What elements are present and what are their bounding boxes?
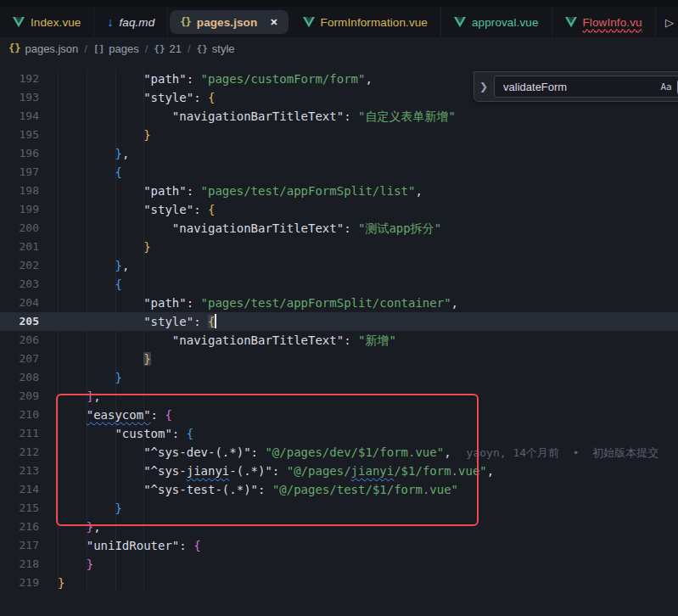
breadcrumb-separator: /: [84, 42, 87, 55]
tab-flowinfo-vu[interactable]: FlowInfo.vu: [552, 7, 656, 37]
code-token: "测试app拆分": [358, 221, 441, 235]
tab-bar: Index.vue↓faq.md{}pages.json✕FormInforma…: [0, 7, 678, 37]
line-number[interactable]: 193: [0, 88, 39, 107]
code-line-200[interactable]: 200 "navigationBarTitleText": "测试app拆分": [0, 219, 678, 238]
line-number[interactable]: 214: [0, 480, 39, 499]
code-token: }: [87, 557, 93, 571]
code-token: ,: [93, 389, 100, 403]
breadcrumb-item-pages-json[interactable]: {}pages.json: [8, 42, 78, 55]
breadcrumb: {}pages.json/[]pages/{}21/{}style: [0, 37, 678, 59]
code-line-199[interactable]: 199 "style": {: [0, 200, 678, 219]
line-number[interactable]: 219: [0, 574, 39, 592]
line-number[interactable]: 209: [0, 387, 39, 406]
line-number[interactable]: 196: [0, 144, 39, 163]
tab-pages-json[interactable]: {}pages.json✕: [170, 10, 288, 34]
code-editor[interactable]: 192 "path": "pages/customForm/form",193 …: [0, 59, 678, 616]
line-number[interactable]: 195: [0, 126, 39, 144]
code-token: ,: [122, 147, 129, 160]
line-number[interactable]: 198: [0, 182, 39, 200]
line-number[interactable]: 201: [0, 238, 39, 256]
array-icon: []: [93, 43, 104, 54]
line-number[interactable]: 217: [0, 536, 39, 555]
tab-forminformation-vue[interactable]: FormInformation.vue: [290, 7, 441, 37]
code-line-214[interactable]: 214 "^sys-test-(.*)": "@/pages/test/$1/f…: [0, 480, 678, 499]
code-line-196[interactable]: 196 },: [0, 144, 678, 163]
close-icon[interactable]: ✕: [270, 17, 277, 28]
line-number[interactable]: 202: [0, 256, 39, 275]
line-number[interactable]: 206: [0, 331, 39, 350]
tab-approval-vue[interactable]: approval.vue: [441, 7, 552, 37]
line-number[interactable]: 205: [0, 312, 39, 331]
line-number[interactable]: 194: [0, 107, 39, 126]
code-token: ,: [415, 184, 422, 198]
line-number[interactable]: 204: [0, 294, 39, 312]
code-line-217[interactable]: 217 "uniIdRouter": {: [0, 536, 678, 555]
code-line-219[interactable]: 219}: [0, 574, 678, 592]
code-token: "uniIdRouter":: [58, 539, 193, 552]
line-number[interactable]: 197: [0, 163, 39, 182]
code-token: "path":: [58, 184, 201, 198]
code-line-201[interactable]: 201 }: [0, 238, 678, 256]
find-expand-chevron-icon[interactable]: ❯: [478, 81, 490, 92]
code-line-212[interactable]: 212 "^sys-dev-(.*)": "@/pages/dev/$1/for…: [0, 443, 678, 462]
code-line-207[interactable]: 207 }: [0, 350, 678, 368]
code-token: ]: [87, 389, 93, 403]
code-token: "navigationBarTitleText":: [58, 109, 358, 123]
line-number[interactable]: 212: [0, 443, 39, 462]
find-input[interactable]: [501, 80, 654, 94]
line-number[interactable]: 199: [0, 200, 39, 219]
code-line-218[interactable]: 218 }: [0, 555, 678, 574]
vue-icon: [565, 17, 577, 28]
code-line-195[interactable]: 195 }: [0, 126, 678, 144]
code-token: "pages/customForm/form": [201, 72, 366, 86]
breadcrumb-item-pages[interactable]: []pages: [93, 42, 139, 55]
breadcrumb-item-21[interactable]: {}21: [154, 42, 182, 55]
line-number[interactable]: 208: [0, 368, 39, 387]
code-line-208[interactable]: 208 }: [0, 368, 678, 387]
json-braces-icon: {}: [180, 16, 190, 28]
line-number[interactable]: 215: [0, 499, 39, 518]
tab-index-vue[interactable]: Index.vue: [0, 7, 94, 37]
tab-faq-md[interactable]: ↓faq.md: [94, 7, 168, 37]
line-number[interactable]: 213: [0, 462, 39, 480]
code-lines[interactable]: 192 "path": "pages/customForm/form",193 …: [0, 70, 678, 592]
code-token: "pages/test/appFormSplit/list": [201, 184, 416, 198]
line-number[interactable]: 203: [0, 275, 39, 294]
code-token: {: [208, 91, 215, 104]
code-line-215[interactable]: 215 }: [0, 499, 678, 518]
breadcrumb-item-style[interactable]: {}style: [197, 42, 235, 55]
line-number[interactable]: 200: [0, 219, 39, 238]
code-line-194[interactable]: 194 "navigationBarTitleText": "自定义表单新增": [0, 107, 678, 126]
code-token: [58, 408, 87, 422]
breadcrumb-label: 21: [170, 42, 182, 55]
code-token: jianyi: [351, 464, 395, 478]
code-token: ,: [444, 445, 451, 459]
line-number[interactable]: 192: [0, 70, 39, 88]
line-number[interactable]: 207: [0, 350, 39, 368]
code-line-205[interactable]: 205 "style": {: [0, 312, 678, 331]
code-line-203[interactable]: 203 {: [0, 275, 678, 294]
code-line-204[interactable]: 204 "path": "pages/test/appFormSplit/con…: [0, 294, 678, 312]
code-token: "style":: [58, 203, 208, 216]
code-line-211[interactable]: 211 "custom": {: [0, 424, 678, 443]
line-number[interactable]: 211: [0, 424, 39, 443]
line-number[interactable]: 210: [0, 406, 39, 424]
tab-overflow-chevron-icon[interactable]: ▷: [663, 7, 676, 37]
find-input-box: Aa ab .*: [494, 76, 678, 98]
code-line-210[interactable]: 210 "easycom": {: [0, 406, 678, 424]
code-line-206[interactable]: 206 "navigationBarTitleText": "新增": [0, 331, 678, 350]
code-line-198[interactable]: 198 "path": "pages/test/appFormSplit/lis…: [0, 182, 678, 200]
line-number[interactable]: 216: [0, 518, 39, 536]
code-line-202[interactable]: 202 },: [0, 256, 678, 275]
code-line-197[interactable]: 197 {: [0, 163, 678, 182]
breadcrumb-separator: /: [145, 42, 148, 55]
code-token: "path":: [58, 72, 201, 86]
line-number[interactable]: 218: [0, 555, 39, 574]
code-line-216[interactable]: 216 },: [0, 518, 678, 536]
code-line-209[interactable]: 209 ],: [0, 387, 678, 406]
match-case-toggle[interactable]: Aa: [657, 79, 675, 95]
code-token: [58, 165, 115, 179]
code-line-213[interactable]: 213 "^sys-jianyi-(.*)": "@/pages/jianyi/…: [0, 462, 678, 480]
code-token: [58, 259, 115, 272]
breadcrumb-separator: /: [188, 42, 191, 55]
